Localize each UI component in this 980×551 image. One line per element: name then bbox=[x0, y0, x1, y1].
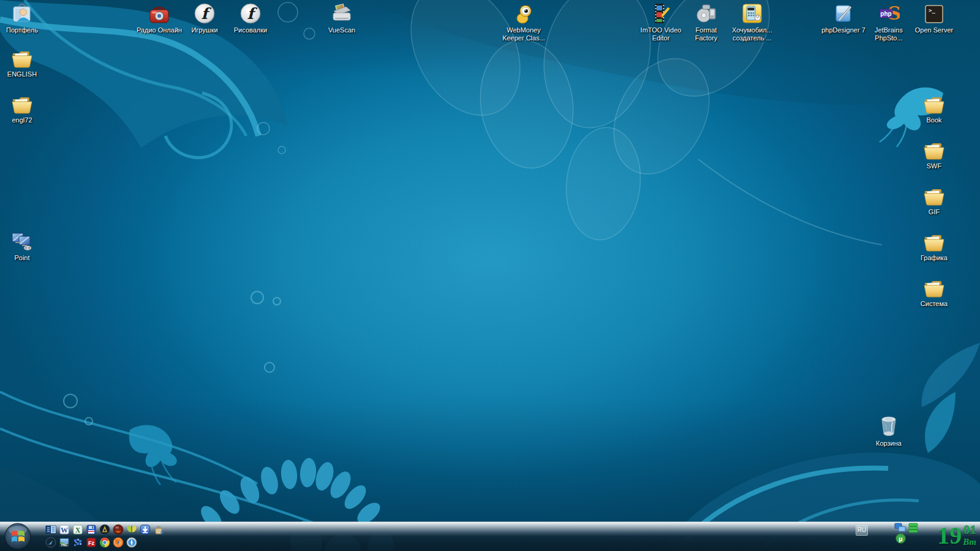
filezilla-icon[interactable]: Fz bbox=[86, 537, 97, 548]
desktop-icon-label: Point bbox=[14, 254, 29, 262]
desktop-icon-label: engl72 bbox=[12, 116, 32, 124]
desktop-icon-label: VueScan bbox=[328, 26, 355, 34]
folder-icon bbox=[923, 183, 945, 206]
clock-day: Вт bbox=[963, 538, 976, 547]
dual-monitor-icon bbox=[10, 229, 34, 252]
word-icon[interactable]: W bbox=[59, 524, 70, 535]
radio-icon bbox=[148, 1, 170, 24]
clock-hours: 19 bbox=[937, 524, 962, 547]
desktop-icon-portfel[interactable]: Портфель bbox=[0, 1, 49, 34]
svg-text:>_: >_ bbox=[929, 7, 935, 13]
desktop-icon-label: WebMoney Keeper Clas... bbox=[502, 26, 545, 42]
desktop-icon-hochumobil[interactable]: Хочумобил... создатель ... bbox=[725, 1, 779, 42]
desktop-icon-label: Радио Онлайн bbox=[137, 26, 182, 34]
red-sphere-app-icon[interactable] bbox=[113, 524, 124, 535]
desktop-icon-engl72[interactable]: engl72 bbox=[0, 91, 49, 124]
start-button[interactable] bbox=[4, 523, 31, 550]
butterfly-app-icon[interactable] bbox=[126, 524, 137, 535]
desktop-icon-label: phpDesigner 7 bbox=[821, 26, 865, 34]
taskbar: W X bbox=[0, 522, 980, 551]
aimp-icon[interactable] bbox=[99, 524, 110, 535]
php-designer-icon bbox=[832, 1, 854, 24]
pixel-art-app-icon[interactable] bbox=[72, 537, 83, 548]
desktop-icon-label: ENGLISH bbox=[7, 70, 37, 78]
desktop-icon-vuescan[interactable]: VueScan bbox=[315, 1, 369, 34]
folder-icon bbox=[11, 91, 33, 114]
desktop-icon-label: Open Server bbox=[915, 26, 953, 34]
desktop-icon-label: GIF bbox=[929, 208, 940, 216]
desktop-icon-label: SWF bbox=[927, 162, 941, 170]
desktop-icon-label: Система bbox=[921, 300, 948, 308]
desktop-icon-label: Портфель bbox=[6, 26, 38, 34]
folder-icon bbox=[923, 229, 945, 252]
svg-text:php: php bbox=[880, 10, 891, 17]
desktop-icon-gif[interactable]: GIF bbox=[907, 183, 961, 216]
firefox-icon[interactable] bbox=[113, 537, 124, 548]
taskbar-clock[interactable]: 19 01 Вт bbox=[937, 524, 976, 547]
png-image-icon[interactable]: PNG bbox=[59, 537, 70, 548]
chrome-icon[interactable] bbox=[99, 537, 110, 548]
flash-icon: f bbox=[239, 1, 262, 24]
mobile-creator-icon bbox=[741, 1, 763, 24]
svg-text:W: W bbox=[61, 526, 68, 534]
desktop-icon-label: Корзина bbox=[876, 440, 902, 448]
bag-download-icon[interactable] bbox=[153, 524, 164, 535]
folder-icon bbox=[11, 45, 33, 69]
desktop-icon-label: JetBrains PhpSto... bbox=[875, 26, 903, 42]
storage-icon[interactable] bbox=[908, 523, 918, 536]
desktop[interactable]: Портфель Радио Онлайн f Игрушки bbox=[0, 0, 980, 551]
safari-icon[interactable] bbox=[126, 537, 137, 548]
desktop-icon-label: Хочумобил... создатель ... bbox=[732, 26, 772, 42]
folder-icon bbox=[923, 137, 945, 160]
save-floppy-icon[interactable] bbox=[86, 524, 97, 535]
windows-orb-icon bbox=[4, 523, 31, 550]
webmoney-icon bbox=[513, 1, 535, 24]
desktop-icon-point[interactable]: Point bbox=[0, 229, 49, 262]
recycle-bin-icon bbox=[879, 414, 899, 438]
scanner-icon bbox=[330, 1, 353, 24]
folder-icon bbox=[923, 91, 945, 114]
terminal-icon: >_ bbox=[924, 1, 944, 24]
excel-icon[interactable]: X bbox=[72, 524, 83, 535]
desktop-icon-english[interactable]: ENGLISH bbox=[0, 45, 49, 78]
filmstrip-icon bbox=[650, 1, 672, 24]
phpstorm-icon: S php bbox=[878, 1, 900, 24]
svg-text:X: X bbox=[75, 526, 81, 534]
utorrent-icon[interactable]: µ bbox=[895, 533, 906, 546]
desktop-icon-book[interactable]: Book bbox=[907, 91, 961, 124]
desktop-icon-webmoney[interactable]: WebMoney Keeper Clas... bbox=[497, 1, 551, 42]
desktop-icon-open-server[interactable]: >_ Open Server bbox=[907, 1, 961, 34]
desktop-icon-risovalki[interactable]: f Рисовалки bbox=[224, 1, 277, 34]
svg-text:Fz: Fz bbox=[88, 540, 94, 546]
download-manager-icon[interactable] bbox=[140, 524, 151, 535]
desktop-icon-label: Рисовалки bbox=[234, 26, 267, 34]
desktop-icon-label: Book bbox=[926, 116, 941, 124]
folder-icon bbox=[923, 275, 945, 298]
desktop-icon-label: Format Factory bbox=[695, 26, 718, 42]
briefcase-person-icon bbox=[11, 1, 33, 24]
desktop-icon-grafika[interactable]: Графика bbox=[907, 229, 961, 262]
desktop-icon-swf[interactable]: SWF bbox=[907, 137, 961, 170]
desktop-icon-sistema[interactable]: Система bbox=[907, 275, 961, 308]
svg-text:µ: µ bbox=[899, 535, 902, 542]
flash-icon: f bbox=[194, 1, 216, 24]
svg-text:PNG: PNG bbox=[61, 544, 67, 547]
file-manager-icon[interactable] bbox=[45, 524, 56, 535]
pointer-dial-icon[interactable] bbox=[45, 537, 56, 548]
clock-minutes: 01 bbox=[963, 524, 976, 536]
desktop-icon-label: Игрушки bbox=[191, 26, 217, 34]
language-indicator[interactable]: RU bbox=[856, 525, 868, 536]
desktop-icon-recycle-bin[interactable]: Корзина bbox=[862, 414, 916, 448]
desktop-icon-label: ImTOO Video Editor bbox=[641, 26, 682, 42]
desktop-icon-label: Графика bbox=[921, 254, 948, 262]
format-factory-icon bbox=[695, 1, 717, 24]
